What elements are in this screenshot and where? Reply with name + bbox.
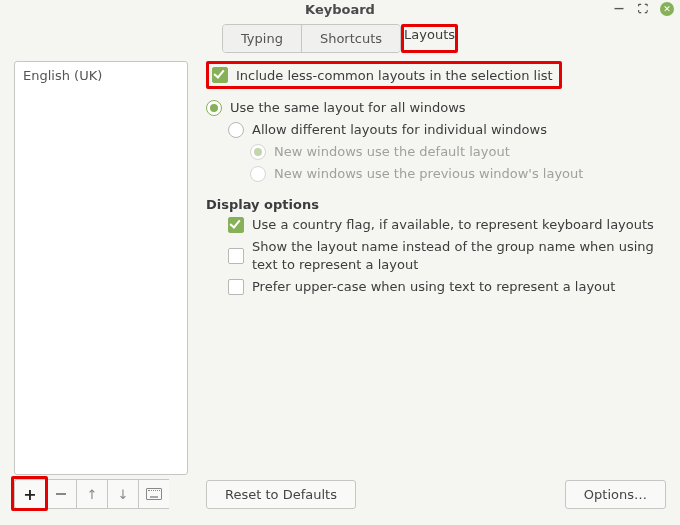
country-flag-label: Use a country flag, if available, to rep… <box>252 216 654 234</box>
layout-name-label: Show the layout name instead of the grou… <box>252 238 666 274</box>
layout-item-english-uk[interactable]: English (UK) <box>23 68 179 83</box>
row-same-layout-all[interactable]: Use the same layout for all windows <box>206 99 666 117</box>
radio-diff-layout[interactable] <box>228 122 244 138</box>
layout-list[interactable]: English (UK) <box>14 61 188 475</box>
highlight-layouts-tab: Layouts <box>401 24 458 53</box>
keyboard-icon <box>146 488 162 500</box>
radio-diff-layout-label: Allow different layouts for individual w… <box>252 121 547 139</box>
radio-new-default-label: New windows use the default layout <box>274 143 510 161</box>
options-pane: Include less-common layouts in the selec… <box>206 61 666 509</box>
radio-new-previous <box>250 166 266 182</box>
bottom-buttons: Reset to Defaults Options… <box>206 480 666 509</box>
minimize-icon[interactable]: — <box>612 2 626 16</box>
maximize-icon[interactable]: ⛶ <box>636 2 650 16</box>
add-layout-button[interactable]: + <box>14 479 45 509</box>
tab-bar: Typing Shortcuts Layouts <box>0 20 680 61</box>
row-diff-layout-each[interactable]: Allow different layouts for individual w… <box>228 121 666 139</box>
country-flag-checkbox[interactable] <box>228 217 244 233</box>
display-options-heading: Display options <box>206 197 666 212</box>
window-title: Keyboard <box>305 2 375 17</box>
row-upper-case[interactable]: Prefer upper-case when using text to rep… <box>228 278 666 296</box>
highlight-include-less-common: Include less-common layouts in the selec… <box>206 61 562 89</box>
reset-defaults-button[interactable]: Reset to Defaults <box>206 480 356 509</box>
row-new-default: New windows use the default layout <box>250 143 666 161</box>
include-less-common-checkbox[interactable] <box>212 67 228 83</box>
tab-shortcuts[interactable]: Shortcuts <box>302 25 400 52</box>
remove-layout-button[interactable] <box>45 479 76 509</box>
layout-name-checkbox[interactable] <box>228 248 244 264</box>
upper-case-checkbox[interactable] <box>228 279 244 295</box>
preview-layout-button[interactable] <box>138 479 169 509</box>
radio-new-previous-label: New windows use the previous window's la… <box>274 165 583 183</box>
options-button[interactable]: Options… <box>565 480 666 509</box>
radio-same-layout-label: Use the same layout for all windows <box>230 99 466 117</box>
tab-layouts[interactable]: Layouts <box>404 27 455 42</box>
upper-case-label: Prefer upper-case when using text to rep… <box>252 278 615 296</box>
close-icon[interactable]: ✕ <box>660 2 674 16</box>
row-new-previous: New windows use the previous window's la… <box>250 165 666 183</box>
layout-list-toolbar: + ↑ ↓ <box>14 479 188 509</box>
include-less-common-label: Include less-common layouts in the selec… <box>236 68 553 83</box>
move-up-button[interactable]: ↑ <box>76 479 107 509</box>
row-country-flag[interactable]: Use a country flag, if available, to rep… <box>228 216 666 234</box>
radio-same-layout[interactable] <box>206 100 222 116</box>
titlebar: Keyboard — ⛶ ✕ <box>0 0 680 20</box>
minus-icon <box>56 493 66 495</box>
tab-typing[interactable]: Typing <box>223 25 302 52</box>
radio-new-default <box>250 144 266 160</box>
row-layout-name[interactable]: Show the layout name instead of the grou… <box>228 238 666 274</box>
window-controls: — ⛶ ✕ <box>612 2 674 16</box>
move-down-button[interactable]: ↓ <box>107 479 138 509</box>
layout-sidebar: English (UK) + ↑ ↓ <box>14 61 188 509</box>
